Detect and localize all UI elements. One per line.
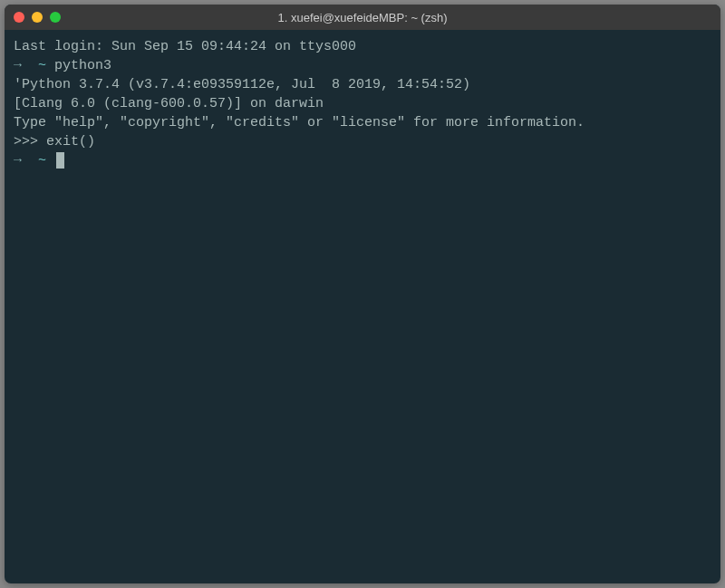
python-banner-line-2: [Clang 6.0 (clang-600.0.57)] on darwin	[14, 94, 711, 113]
cursor-icon	[56, 152, 64, 169]
minimize-icon[interactable]	[32, 12, 43, 23]
close-icon[interactable]	[14, 12, 24, 23]
prompt-path: ~	[38, 153, 46, 169]
python-command: exit()	[46, 134, 95, 149]
maximize-icon[interactable]	[50, 12, 61, 23]
prompt-arrow-icon: →	[14, 153, 22, 169]
titlebar[interactable]: 1. xuefei@xuefeideMBP: ~ (zsh)	[5, 5, 720, 30]
prompt-line-1: → ~ python3	[14, 56, 711, 75]
prompt-path: ~	[38, 58, 46, 73]
window-title: 1. xuefei@xuefeideMBP: ~ (zsh)	[14, 11, 711, 24]
prompt-line-2: → ~	[14, 151, 711, 170]
terminal-window: 1. xuefei@xuefeideMBP: ~ (zsh) Last logi…	[5, 5, 720, 583]
command-text: python3	[54, 58, 111, 73]
prompt-arrow-icon: →	[14, 58, 22, 73]
traffic-lights	[14, 12, 61, 23]
python-banner-line-1: 'Python 3.7.4 (v3.7.4:e09359112e, Jul 8 …	[14, 75, 711, 94]
last-login-line: Last login: Sun Sep 15 09:44:24 on ttys0…	[14, 37, 711, 56]
terminal-body[interactable]: Last login: Sun Sep 15 09:44:24 on ttys0…	[5, 30, 720, 583]
python-banner-line-3: Type "help", "copyright", "credits" or "…	[14, 113, 711, 132]
python-prompt-line: >>> exit()	[14, 132, 711, 151]
python-prompt: >>>	[14, 134, 46, 149]
